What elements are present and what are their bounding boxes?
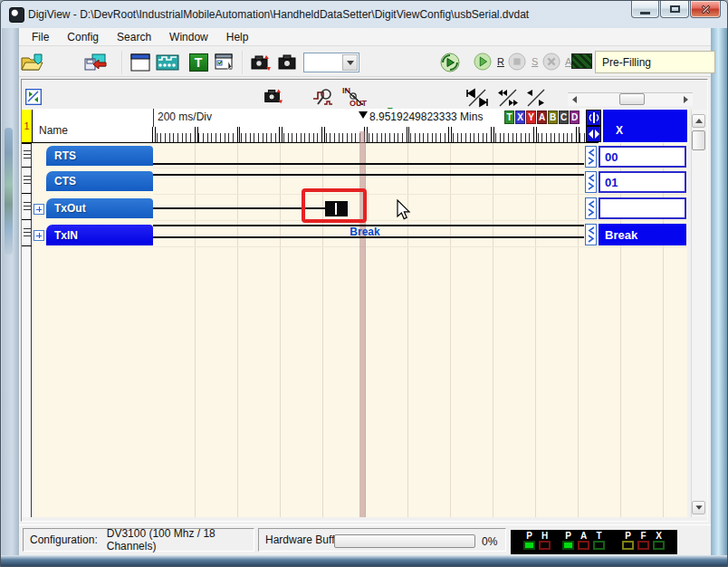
maximize-button[interactable] (660, 1, 689, 18)
led-indicator (637, 541, 649, 550)
window-right-border (711, 28, 728, 555)
channel-label-cts[interactable]: CTS (46, 171, 153, 191)
arrow-left-icon (572, 96, 577, 103)
bus-value-column-header[interactable]: X (603, 110, 687, 142)
center-cursor-button[interactable] (586, 110, 601, 126)
led-indicator (578, 541, 589, 550)
close-button[interactable] (690, 1, 721, 18)
text-display-button[interactable]: T (186, 51, 211, 74)
magnifier-icon (350, 92, 359, 101)
mouse-cursor (397, 199, 411, 221)
app-logo-icon (9, 7, 24, 23)
bus-signals-icon (156, 53, 179, 72)
led-cell: F (637, 531, 650, 550)
list-window-button[interactable] (213, 51, 238, 74)
value-box-rts[interactable]: 00 (599, 146, 686, 168)
recapture-button[interactable] (262, 86, 283, 110)
bus-value-text: Break (341, 226, 388, 238)
list-window-icon (215, 53, 236, 72)
channel-label-txout[interactable]: TxOut (46, 198, 153, 218)
open-file-button[interactable] (21, 51, 46, 74)
stop-button[interactable] (508, 53, 526, 71)
save-button[interactable] (82, 51, 108, 74)
window-title: DigiView - D:\DevRoot\IndustrialMobileAu… (28, 8, 529, 21)
title-bar[interactable]: DigiView - D:\DevRoot\IndustrialMobileAu… (1, 1, 728, 28)
drag-handle-icon[interactable] (24, 150, 31, 159)
cursor-button-t[interactable]: T (504, 111, 514, 124)
led-cell: T (592, 531, 606, 550)
text-tool-icon: T (189, 53, 208, 72)
value-scroll-button[interactable] (585, 197, 597, 219)
value-box-txin[interactable]: Break (599, 224, 686, 245)
channel-label-rts[interactable]: RTS (46, 146, 153, 166)
combobox-dropdown-button[interactable] (342, 54, 358, 71)
scroll-right-button[interactable] (681, 94, 691, 104)
value-scroll-button[interactable] (585, 146, 597, 168)
value-scroll-button[interactable] (585, 224, 597, 245)
window-left-border (2, 28, 19, 555)
zoom-in-out-button[interactable]: IN OUT (342, 87, 366, 107)
cursor-buttons-group: T X Y A B C D (504, 111, 580, 124)
menu-bar: File Config Search Window Help (19, 28, 711, 46)
value-scroll-button[interactable] (585, 171, 597, 193)
double-arrows-icon (496, 88, 520, 108)
cursor-marker-icon[interactable] (359, 111, 368, 119)
minimize-button[interactable] (631, 1, 659, 18)
configuration-value: DV3100 (100 Mhz / 18 Channels) (107, 527, 254, 553)
vertical-scrollbar-thumb[interactable] (692, 130, 705, 150)
run-button[interactable] (474, 53, 492, 71)
window-bottom-border (1, 555, 728, 567)
led-cell: A (577, 531, 590, 550)
chevrons-icon (587, 173, 596, 191)
led-cell: P (522, 531, 536, 550)
cursor-button-x[interactable]: X (515, 111, 525, 124)
cursor-time-readout: 8.9519249823333 Mins (369, 111, 483, 123)
menu-search[interactable]: Search (108, 29, 160, 45)
drag-handle-icon[interactable] (24, 202, 31, 210)
cursor-button-y[interactable]: Y (526, 111, 536, 124)
bus-config-button[interactable] (155, 51, 180, 74)
run-play-icon (474, 52, 492, 72)
horizontal-scrollbar-thumb[interactable] (619, 93, 645, 105)
value-box-txout[interactable] (599, 197, 686, 219)
glass-reflection (5, 128, 13, 255)
menu-window[interactable]: Window (160, 29, 217, 45)
chevrons-icon (587, 226, 596, 244)
ruler-major-ticks[interactable] (152, 127, 598, 143)
expand-channel-button[interactable] (34, 230, 44, 241)
drag-handle-icon[interactable] (24, 176, 31, 184)
drag-handle-icon[interactable] (24, 228, 31, 236)
menu-file[interactable]: File (23, 29, 58, 45)
gutter-line (22, 245, 32, 246)
capture-preset-combobox[interactable] (303, 53, 359, 72)
scroll-down-button[interactable] (692, 501, 705, 514)
expand-cursors-button[interactable] (586, 126, 601, 142)
fit-to-screen-button[interactable] (25, 89, 42, 109)
value-box-cts[interactable]: 01 (599, 171, 686, 193)
cursor-button-a[interactable]: A (537, 111, 547, 124)
capture-options-button[interactable] (247, 51, 273, 74)
menu-config[interactable]: Config (58, 29, 108, 45)
abort-button[interactable] (542, 53, 560, 71)
cursor-button-d[interactable]: D (570, 111, 580, 124)
scroll-up-button[interactable] (692, 114, 705, 128)
save-file-icon (82, 53, 108, 72)
capture-button[interactable] (274, 51, 300, 74)
arrows-icon (524, 88, 548, 108)
vertical-scrollbar[interactable] (691, 110, 706, 517)
cursor-button-b[interactable]: B (548, 111, 558, 124)
scroll-left-button[interactable] (570, 94, 580, 104)
zoom-edge-button[interactable] (311, 86, 335, 111)
annotation-highlight-box (302, 188, 367, 223)
led-cell: H (538, 531, 551, 550)
new-waveform-window-button[interactable] (128, 51, 153, 74)
menu-help[interactable]: Help (217, 29, 258, 45)
channel-label-txin[interactable]: TxIN (46, 225, 153, 245)
row-separator (153, 194, 687, 195)
cursor-button-c[interactable]: C (559, 111, 569, 124)
expand-channel-button[interactable] (34, 204, 44, 215)
auto-rerun-button[interactable] (437, 51, 463, 74)
led-indicator (593, 541, 605, 550)
arrow-down-icon (695, 505, 702, 510)
app-window: DigiView - D:\DevRoot\IndustrialMobileAu… (0, 0, 728, 567)
